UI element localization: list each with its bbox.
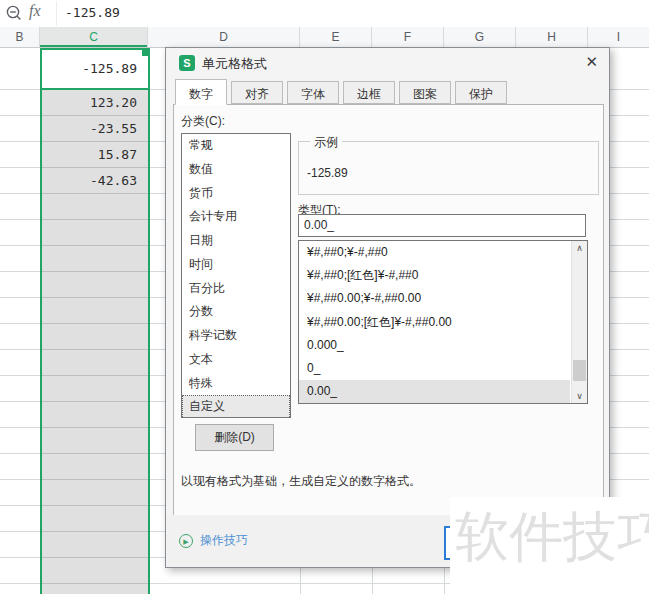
column-header-row: B C D E F G H I: [0, 27, 649, 48]
column-header-b[interactable]: B: [0, 27, 40, 47]
format-item[interactable]: 0_: [299, 357, 570, 380]
tab-border[interactable]: 边框: [343, 81, 395, 104]
cell-c2[interactable]: 123.20: [40, 90, 150, 116]
format-item[interactable]: ¥#,##0.00;¥-#,##0.00: [299, 287, 570, 310]
column-header-e[interactable]: E: [300, 27, 372, 47]
category-item-fraction[interactable]: 分数: [182, 300, 290, 324]
type-input[interactable]: 0.00_: [298, 214, 586, 237]
dialog-tabs: 数字 对齐 字体 边框 图案 保护: [175, 79, 507, 104]
column-header-h[interactable]: H: [516, 27, 588, 47]
zoom-out-icon[interactable]: [5, 4, 23, 22]
scrollbar[interactable]: ∧ ∨: [571, 241, 587, 403]
format-item-selected[interactable]: 0.00_: [299, 380, 570, 403]
category-item-scientific[interactable]: 科学记数: [182, 324, 290, 348]
scrollbar-thumb[interactable]: [573, 360, 586, 381]
tips-label: 操作技巧: [200, 532, 248, 549]
sample-value: -125.89: [307, 166, 348, 180]
category-item-special[interactable]: 特殊: [182, 372, 290, 396]
category-item-percentage[interactable]: 百分比: [182, 277, 290, 301]
format-cells-dialog: S 单元格格式 ✕ 数字 对齐 字体 边框 图案 保护 分类(C): 常规 数值…: [165, 47, 610, 568]
column-header-f[interactable]: F: [372, 27, 444, 47]
tips-link[interactable]: ▶ 操作技巧: [179, 532, 248, 549]
wps-logo-icon: S: [179, 55, 195, 71]
watermark-text: 软件技巧: [455, 501, 649, 574]
column-header-i[interactable]: I: [588, 27, 649, 47]
cell-c5[interactable]: -42.63: [40, 168, 150, 194]
cell-c3[interactable]: -23.55: [40, 116, 150, 142]
tab-number[interactable]: 数字: [175, 79, 227, 105]
dialog-title: 单元格格式: [202, 55, 267, 73]
formula-bar: fx -125.89: [0, 0, 649, 28]
category-item-accounting[interactable]: 会计专用: [182, 205, 290, 229]
format-item[interactable]: ¥#,##0;[红色]¥-#,##0: [299, 264, 570, 287]
formula-bar-separator: [56, 1, 57, 26]
formula-input[interactable]: -125.89: [65, 5, 120, 20]
delete-button[interactable]: 删除(D): [195, 424, 274, 451]
tab-pattern[interactable]: 图案: [399, 81, 451, 104]
cell-c1[interactable]: -125.89: [40, 48, 150, 90]
cell-c4[interactable]: 15.87: [40, 142, 150, 168]
sample-label: 示例: [310, 134, 342, 151]
format-listbox: ¥#,##0;¥-#,##0 ¥#,##0;[红色]¥-#,##0 ¥#,##0…: [298, 240, 588, 404]
format-item[interactable]: ¥#,##0.00;[红色]¥-#,##0.00: [299, 311, 570, 334]
category-item-general[interactable]: 常规: [182, 134, 290, 158]
watermark-overlay: 软件技巧: [450, 497, 649, 594]
tab-font[interactable]: 字体: [287, 81, 339, 104]
play-icon: ▶: [179, 534, 193, 548]
format-item[interactable]: 0.000_: [299, 334, 570, 357]
scroll-up-icon[interactable]: ∧: [572, 243, 587, 253]
column-header-c[interactable]: C: [40, 27, 148, 47]
category-item-time[interactable]: 时间: [182, 253, 290, 277]
sample-groupbox: 示例 -125.89: [298, 141, 599, 195]
column-header-g[interactable]: G: [444, 27, 516, 47]
tab-protection[interactable]: 保护: [455, 81, 507, 104]
fx-icon[interactable]: fx: [29, 2, 41, 20]
category-listbox: 常规 数值 货币 会计专用 日期 时间 百分比 分数 科学记数 文本 特殊 自定…: [181, 133, 291, 418]
category-item-currency[interactable]: 货币: [182, 182, 290, 206]
scroll-down-icon[interactable]: ∨: [572, 391, 587, 401]
category-item-date[interactable]: 日期: [182, 229, 290, 253]
format-item[interactable]: ¥#,##0;¥-#,##0: [299, 241, 570, 264]
number-tab-page: 分类(C): 常规 数值 货币 会计专用 日期 时间 百分比 分数 科学记数 文…: [173, 104, 604, 516]
column-header-d[interactable]: D: [148, 27, 300, 47]
dialog-description: 以现有格式为基础，生成自定义的数字格式。: [181, 473, 421, 490]
tab-alignment[interactable]: 对齐: [231, 81, 283, 104]
category-item-text[interactable]: 文本: [182, 348, 290, 372]
close-icon[interactable]: ✕: [585, 53, 598, 71]
category-item-number[interactable]: 数值: [182, 158, 290, 182]
category-item-custom[interactable]: 自定义: [182, 395, 290, 418]
category-label: 分类(C):: [181, 113, 225, 130]
